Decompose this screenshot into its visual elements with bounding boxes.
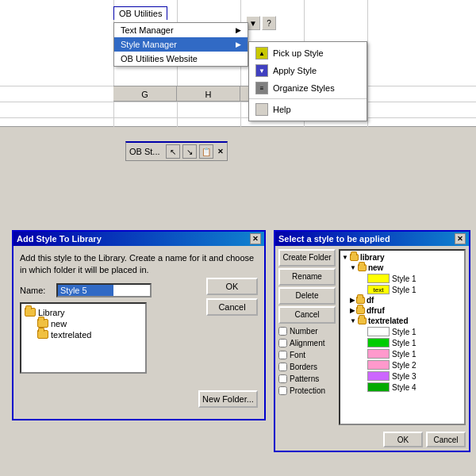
submenu-pickup[interactable]: ▲ Pick up Style — [249, 44, 367, 62]
checkbox-borders-row: Borders — [278, 363, 336, 371]
cancel-left-btn[interactable]: Cancel — [278, 306, 336, 324]
style-item-tr-6[interactable]: Style 4 — [361, 382, 463, 393]
checkbox-borders[interactable] — [278, 363, 287, 371]
expand-dfruf-icon: ▶ — [350, 307, 355, 314]
pickup-icon: ▲ — [255, 47, 268, 60]
name-input[interactable] — [56, 283, 152, 298]
checkbox-alignment[interactable] — [278, 339, 287, 347]
add-style-title: Add Style To Library — [17, 234, 102, 244]
checkbox-protection-row: Protection — [278, 386, 336, 395]
select-style-title: Select a style to be applied — [278, 234, 390, 244]
new-folder-btn[interactable]: New Folder... — [198, 390, 258, 408]
dropdown-menu: Text Manager ▶ Style Manager ▶ OB Utilit… — [113, 22, 248, 67]
tree-new-group: ▼ new Style 1 text Style 1 ▶ — [342, 263, 463, 393]
style-item-tr-3[interactable]: Style 1 — [361, 348, 463, 359]
folder-textrelated-icon — [37, 330, 48, 339]
rename-btn[interactable]: Rename — [278, 268, 336, 286]
submenu-apply[interactable]: ▼ Apply Style — [249, 62, 367, 79]
style-item-tr-5[interactable]: Style 3 — [361, 370, 463, 382]
style-item-tr-4[interactable]: Style 2 — [361, 359, 463, 370]
style-item-tr-1[interactable]: Style 1 — [361, 326, 463, 337]
swatch-tr-1 — [367, 327, 390, 336]
checkbox-alignment-row: Alignment — [278, 339, 336, 347]
create-folder-btn[interactable]: Create Folder — [278, 249, 336, 267]
style-item-new-1[interactable]: Style 1 — [361, 273, 463, 284]
checkbox-alignment-label: Alignment — [290, 339, 324, 347]
checkbox-font-label: Font — [290, 351, 305, 359]
add-style-titlebar: Add Style To Library ✕ — [13, 232, 264, 246]
toolbar-btn-3[interactable]: 📋 — [199, 144, 213, 159]
select-ok-btn[interactable]: OK — [383, 432, 423, 447]
toolbar-area: ▼ ? — [246, 16, 276, 30]
expand-df-icon: ▶ — [350, 297, 355, 304]
menu-item-style-manager[interactable]: Style Manager ▶ — [114, 37, 248, 52]
checkbox-protection-label: Protection — [290, 386, 325, 395]
menu-bar: OB Utilities — [113, 6, 167, 20]
style-label-tr-4: Style 2 — [392, 361, 416, 370]
library-folder-icon — [350, 254, 359, 261]
add-style-cancel-btn[interactable]: Cancel — [206, 298, 258, 316]
checkbox-number-row: Number — [278, 327, 336, 336]
style-tree-panel: ▼ library ▼ new Style 1 text — [339, 249, 466, 425]
df-folder-label: df — [367, 296, 374, 305]
style-label-tr-5: Style 3 — [392, 372, 416, 381]
folder-library-icon — [25, 308, 36, 317]
add-style-dialog: Add Style To Library ✕ Add this style to… — [12, 230, 266, 420]
menu-item-website-label: OB Utilities Website — [121, 54, 198, 63]
organize-icon: ≡ — [255, 82, 268, 94]
mini-toolbar-close[interactable]: ✕ — [217, 148, 224, 155]
swatch-tr-6 — [367, 382, 390, 392]
submenu-organize[interactable]: ≡ Organize Styles — [249, 79, 367, 97]
style-label-tr-2: Style 1 — [392, 339, 416, 347]
textrelated-folder-label: textrelated — [368, 317, 409, 325]
toolbar-btn-1[interactable]: ↖ — [166, 144, 180, 159]
checkbox-number[interactable] — [278, 327, 287, 336]
col-header-h: H — [177, 86, 240, 101]
menu-item-website[interactable]: OB Utilities Website — [114, 52, 248, 66]
col-header-g: G — [113, 86, 177, 101]
new-folder-icon — [358, 264, 367, 271]
toolbar-btn-2[interactable]: ↘ — [182, 144, 197, 159]
tree-dfruf-folder[interactable]: ▶ dfruf — [350, 305, 463, 316]
submenu-organize-label: Organize Styles — [273, 83, 335, 93]
select-left-panel: Create Folder Rename Delete Cancel Numbe… — [275, 246, 339, 428]
add-style-ok-btn[interactable]: OK — [206, 278, 258, 295]
swatch-tr-3 — [367, 349, 390, 359]
checkbox-font[interactable] — [278, 351, 287, 359]
menu-title[interactable]: OB Utilities — [119, 9, 162, 18]
tree-textrelated-folder[interactable]: ▼ textrelated — [350, 316, 463, 326]
style-item-new-2[interactable]: text Style 1 — [361, 284, 463, 295]
tree-new-folder[interactable]: ▼ new — [350, 263, 463, 273]
select-style-close-btn[interactable]: ✕ — [455, 233, 466, 244]
textrelated-folder-icon — [358, 317, 367, 324]
expand-new-icon: ▼ — [350, 264, 356, 271]
dfruf-folder-label: dfruf — [367, 306, 385, 315]
checkbox-patterns-label: Patterns — [290, 374, 319, 383]
toolbar-help-btn[interactable]: ? — [262, 16, 276, 30]
folder-tree: Library new textrelated — [20, 302, 147, 374]
tree-df-folder[interactable]: ▶ df — [350, 295, 463, 305]
library-root-label: library — [360, 253, 385, 262]
menu-item-text-manager-label: Text Manager — [121, 25, 174, 35]
add-style-close-btn[interactable]: ✕ — [250, 233, 261, 244]
style-item-tr-2[interactable]: Style 1 — [361, 337, 463, 348]
help-icon — [255, 103, 268, 116]
add-style-button-group: OK Cancel — [206, 278, 258, 316]
style-label-new-2: Style 1 — [392, 286, 416, 294]
delete-btn[interactable]: Delete — [278, 287, 336, 305]
new-folder-label: new — [368, 263, 383, 272]
submenu-pickup-label: Pick up Style — [273, 48, 324, 58]
style-manager-submenu: ▲ Pick up Style ▼ Apply Style ≡ Organize… — [248, 41, 367, 121]
select-cancel-btn[interactable]: Cancel — [426, 432, 466, 447]
checkbox-number-label: Number — [290, 327, 318, 336]
swatch-tr-2 — [367, 338, 390, 347]
checkbox-patterns[interactable] — [278, 374, 287, 383]
mini-toolbar: OB St... ↖ ↘ 📋 ✕ — [125, 141, 228, 161]
submenu-help[interactable]: Help — [249, 101, 367, 118]
add-style-description: Add this style to the Library. Create a … — [20, 252, 258, 277]
expand-library-icon: ▼ — [342, 254, 348, 261]
checkbox-protection[interactable] — [278, 386, 287, 395]
menu-item-text-manager[interactable]: Text Manager ▶ — [114, 23, 248, 37]
name-label: Name: — [20, 286, 52, 295]
tree-item-textrelated[interactable]: textrelated — [25, 329, 142, 340]
